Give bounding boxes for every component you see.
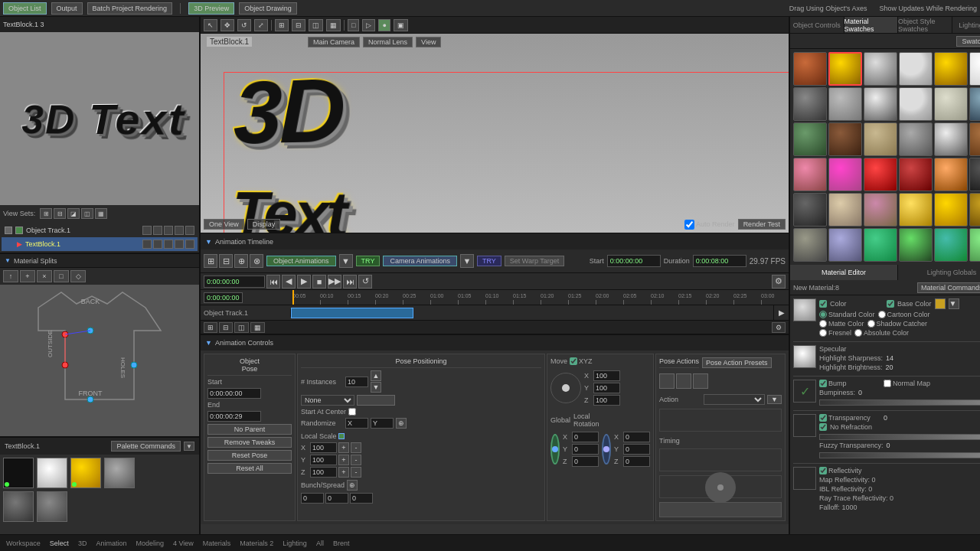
pp-random-y[interactable] — [371, 418, 394, 429]
timeline-settings-2[interactable]: ⚙ — [772, 322, 786, 333]
normal-map-checkbox[interactable] — [884, 380, 891, 387]
camera-anim-tab[interactable]: Camera Animations — [383, 256, 457, 266]
swatch-bright-gold[interactable] — [899, 193, 933, 227]
swatch-teal[interactable] — [934, 228, 968, 262]
status-brent[interactable]: Brent — [333, 540, 350, 547]
prev-frame-btn[interactable]: ◀ — [282, 275, 296, 289]
next-frame-btn[interactable]: ▶▶ — [328, 275, 341, 289]
swatch-dark-marble[interactable] — [793, 87, 827, 121]
anim-options-btn[interactable]: ▼ — [339, 254, 353, 268]
tab-lighting-rigs[interactable]: Lighting Rigs — [952, 17, 981, 33]
pp-z-plus[interactable]: + — [338, 467, 349, 478]
view-btn[interactable]: View — [416, 37, 441, 47]
base-color-swatch[interactable] — [935, 298, 946, 309]
move-dial[interactable] — [550, 373, 581, 403]
pp-random-btn[interactable]: ⊕ — [396, 418, 407, 429]
view-set-btn-2[interactable]: ⊟ — [54, 208, 66, 219]
pp-random-x[interactable] — [345, 418, 368, 429]
vp-tool-7[interactable]: ◫ — [309, 19, 323, 31]
swatch-pink[interactable] — [793, 158, 827, 191]
base-color-checkbox[interactable] — [887, 300, 894, 308]
pp-z-minus[interactable]: - — [351, 467, 361, 478]
bump-checkbox[interactable] — [819, 380, 827, 387]
pa-action-select[interactable] — [704, 394, 765, 405]
mat-swatch-gray[interactable] — [104, 458, 135, 488]
status-4view[interactable]: 4 View — [173, 540, 194, 547]
track-ctrl-btn-3[interactable] — [164, 226, 173, 235]
status-all[interactable]: All — [316, 540, 324, 547]
mat-swatch-white[interactable] — [37, 458, 67, 488]
gs-gy-input[interactable] — [572, 444, 599, 455]
tab-object-style-swatches[interactable]: Object Style Swatches — [898, 17, 952, 33]
swatch-concrete[interactable] — [828, 87, 862, 121]
vp-tool-active[interactable]: ● — [378, 19, 390, 31]
timeline-tool-3[interactable]: ⊕ — [234, 254, 248, 268]
no-refraction-checkbox[interactable] — [819, 423, 827, 431]
vp-tool-2[interactable]: ✥ — [220, 19, 234, 31]
pp-val-2[interactable] — [325, 493, 348, 504]
pp-start-center-check[interactable] — [348, 408, 356, 416]
track-ctrl-btn-5[interactable] — [185, 226, 194, 235]
color-options-btn[interactable]: ▼ — [949, 298, 959, 309]
timeline-nav-btn-3[interactable]: ◫ — [234, 322, 249, 333]
pa-icon-3[interactable] — [693, 373, 708, 389]
swatch-dark-gray[interactable] — [793, 193, 827, 227]
matte-color-radio[interactable] — [819, 320, 827, 328]
pp-val-3[interactable] — [350, 493, 373, 504]
swatch-gold-selected[interactable] — [828, 52, 862, 86]
fresnel-radio[interactable] — [819, 329, 827, 337]
timeline-settings-btn[interactable]: ⚙ — [772, 275, 786, 289]
transparency-slider[interactable] — [819, 434, 980, 440]
pp-none-box[interactable] — [357, 395, 395, 406]
swatch-light-marble[interactable] — [864, 122, 897, 156]
tab-output[interactable]: Output — [51, 2, 83, 15]
pp-y-minus[interactable]: - — [351, 455, 361, 465]
swatch-dark-gold[interactable] — [969, 193, 980, 227]
fuzzy-transparency-slider[interactable] — [819, 452, 980, 458]
display-btn[interactable]: Display — [247, 219, 281, 230]
swatch-orange[interactable] — [934, 158, 968, 191]
swatch-pale[interactable] — [934, 87, 968, 121]
swatches-btn[interactable]: Swatches... — [956, 36, 980, 47]
vp-tool-10[interactable]: ▷ — [362, 19, 375, 31]
view-set-btn-5[interactable]: ▦ — [95, 208, 107, 219]
mat-swatch-black[interactable] — [3, 458, 34, 488]
swatch-marble[interactable] — [899, 52, 933, 86]
vp-tool-4[interactable]: ⤢ — [254, 19, 268, 31]
status-modeling[interactable]: Modeling — [136, 540, 164, 547]
transparency-checkbox[interactable] — [819, 414, 827, 422]
swatch-marble2[interactable] — [899, 87, 933, 121]
track-ctrl-btn-6[interactable] — [142, 240, 152, 249]
track-keyframes[interactable] — [291, 305, 773, 320]
color-checkbox[interactable] — [819, 300, 827, 308]
gs-z-input[interactable] — [593, 395, 620, 406]
auto-render-check[interactable] — [684, 220, 694, 230]
status-lighting[interactable]: Lighting — [283, 540, 307, 547]
pa-action-btn[interactable]: ▼ — [767, 395, 782, 404]
camera-btn[interactable]: Main Camera — [308, 37, 360, 47]
swatch-dark-red[interactable] — [899, 158, 933, 191]
gs-gz-input[interactable] — [572, 456, 599, 467]
swatch-chrome2[interactable] — [934, 122, 968, 156]
swatch-white-pearl[interactable] — [969, 52, 980, 86]
mat-swatch-medgray[interactable] — [37, 491, 67, 522]
reset-all-btn[interactable]: Reset All — [207, 463, 292, 474]
one-view-btn[interactable]: One View — [204, 219, 244, 230]
status-3d[interactable]: 3D — [78, 540, 87, 547]
swatch-light-blue[interactable] — [828, 228, 862, 262]
vp-tool-3[interactable]: ↺ — [237, 19, 251, 31]
global-rotation-dial[interactable] — [550, 434, 560, 465]
track-ctrl-btn-10[interactable] — [185, 240, 194, 249]
instances-dec-btn[interactable]: ▼ — [371, 382, 381, 393]
skip-start-btn[interactable]: ⏮ — [266, 275, 280, 289]
gs-ly-input[interactable] — [623, 444, 650, 455]
duration-input[interactable] — [693, 255, 746, 267]
status-materials2[interactable]: Materials 2 — [240, 540, 273, 547]
status-select[interactable]: Select — [50, 540, 69, 547]
no-parent-btn[interactable]: No Parent — [207, 424, 292, 435]
track-item-object-track[interactable]: Object Track.1 — [2, 223, 198, 237]
timeline-tool-1[interactable]: ⊞ — [204, 254, 217, 268]
vp-tool-9[interactable]: □ — [348, 19, 359, 31]
swatch-green-marble[interactable] — [793, 122, 827, 156]
pose-action-presets-btn[interactable]: Pose Action Presets — [702, 357, 772, 368]
